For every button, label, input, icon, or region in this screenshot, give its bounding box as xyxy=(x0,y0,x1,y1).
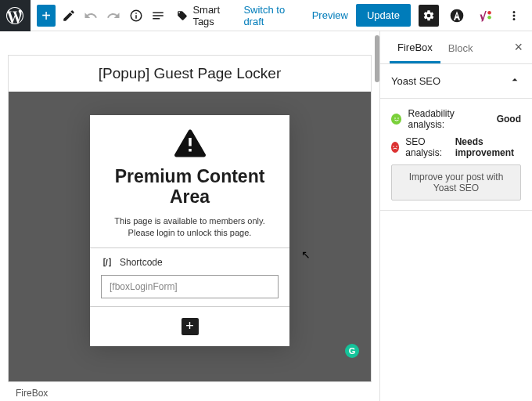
settings-icon[interactable] xyxy=(419,5,439,27)
readability-value: Good xyxy=(497,114,521,125)
yoast-icon[interactable] xyxy=(475,5,495,27)
add-inner-block-button[interactable]: + xyxy=(182,318,199,335)
redo-icon[interactable] xyxy=(104,5,124,27)
plugin-a-icon[interactable] xyxy=(447,5,467,27)
smart-tags-button[interactable]: Smart Tags xyxy=(171,1,243,31)
main-area: [Popup] Guest Page Locker Premium Conten… xyxy=(0,31,532,401)
smart-tags-label: Smart Tags xyxy=(192,4,237,27)
svg-point-5 xyxy=(393,146,394,147)
toolbar-right: Switch to draft Preview Update xyxy=(243,4,524,27)
popup-top: Premium Content Area This page is availa… xyxy=(90,115,289,247)
seo-value: Needs improvement xyxy=(455,136,521,158)
svg-point-3 xyxy=(394,117,396,119)
canvas-wrap: [Popup] Guest Page Locker Premium Conten… xyxy=(0,31,379,401)
svg-point-4 xyxy=(397,117,399,119)
tab-firebox[interactable]: FireBox xyxy=(390,32,440,63)
cursor-icon: ↖ xyxy=(301,248,311,261)
yoast-panel-body: Readability analysis: Good SEO analysis:… xyxy=(380,99,532,211)
readability-label: Readability analysis: xyxy=(408,108,490,130)
warning-icon xyxy=(174,128,207,157)
close-sidebar-icon[interactable]: × xyxy=(514,39,523,56)
tag-icon xyxy=(177,9,188,22)
chevron-up-icon xyxy=(509,74,521,89)
popup-heading[interactable]: Premium Content Area xyxy=(102,166,277,208)
popup-box: Premium Content Area This page is availa… xyxy=(90,115,289,346)
edit-icon[interactable] xyxy=(59,5,78,27)
improve-button[interactable]: Improve your post with Yoast SEO xyxy=(391,164,521,200)
scrollbar[interactable] xyxy=(375,35,379,82)
toolbar-left: + Smart Tags xyxy=(31,1,244,31)
svg-point-2 xyxy=(487,16,491,20)
sidebar: FireBox Block × Yoast SEO Readability an… xyxy=(379,31,532,401)
popup-footer: + xyxy=(90,307,289,346)
shortcode-head: Shortcode xyxy=(101,256,279,269)
add-block-button[interactable]: + xyxy=(37,5,56,27)
shortcode-label: Shortcode xyxy=(120,257,163,268)
shortcode-input[interactable] xyxy=(101,275,279,298)
shortcode-icon xyxy=(101,256,113,269)
wp-logo[interactable] xyxy=(0,0,31,31)
update-button[interactable]: Update xyxy=(356,4,411,27)
readability-row[interactable]: Readability analysis: Good xyxy=(391,108,521,130)
yoast-panel-head[interactable]: Yoast SEO xyxy=(380,64,532,99)
seo-label: SEO analysis: xyxy=(405,136,448,158)
yoast-panel-title: Yoast SEO xyxy=(391,75,440,87)
popup-subtext[interactable]: This page is available to members only. … xyxy=(102,215,277,240)
preview-link[interactable]: Preview xyxy=(312,9,348,21)
editor-toolbar: + Smart Tags Switch to draft Preview Upd… xyxy=(0,0,532,31)
frown-icon xyxy=(391,142,399,153)
switch-draft-link[interactable]: Switch to draft xyxy=(243,4,304,27)
shortcode-block[interactable]: Shortcode xyxy=(90,247,289,307)
smile-icon xyxy=(391,114,401,125)
canvas: [Popup] Guest Page Locker Premium Conten… xyxy=(8,55,372,382)
page-title[interactable]: [Popup] Guest Page Locker xyxy=(9,56,371,92)
tab-block[interactable]: Block xyxy=(440,33,481,62)
grammarly-icon[interactable]: G xyxy=(345,344,359,358)
svg-point-6 xyxy=(396,146,397,147)
footer-brand: FireBox xyxy=(8,382,372,401)
sidebar-tabs: FireBox Block × xyxy=(380,31,532,64)
svg-point-1 xyxy=(487,11,491,15)
more-icon[interactable] xyxy=(504,5,524,27)
canvas-body: Premium Content Area This page is availa… xyxy=(9,92,371,381)
undo-icon[interactable] xyxy=(81,5,101,27)
info-icon[interactable] xyxy=(126,5,146,27)
seo-row[interactable]: SEO analysis: Needs improvement xyxy=(391,136,521,158)
outline-icon[interactable] xyxy=(149,5,168,27)
